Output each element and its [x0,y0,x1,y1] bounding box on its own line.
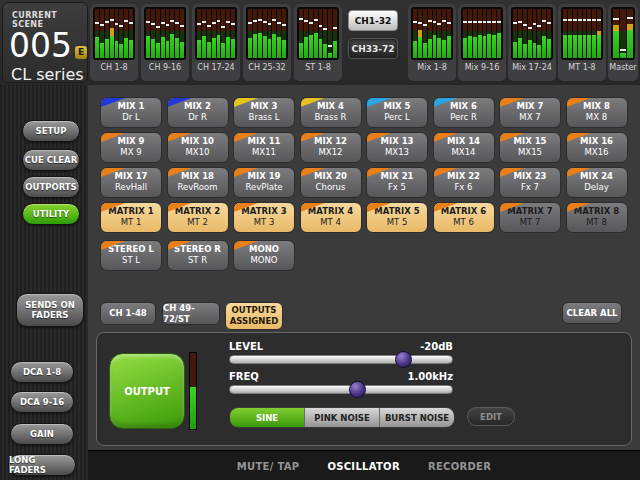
filter-button-ch-1-48[interactable]: CH 1-48 [100,302,156,325]
channel-select-mix-5[interactable]: MIX 5Perc L [366,97,428,128]
channel-select-matrix-7[interactable]: MATRIX 7MT 7 [499,202,561,233]
channel-select-matrix-2[interactable]: MATRIX 2MT 2 [167,202,229,233]
channel-select-mix-23[interactable]: MIX 23Fx 7 [499,167,561,198]
channel-name: Fx 6 [434,182,494,193]
meter-peak-hold [156,26,160,28]
meter-bar [627,9,633,58]
level-slider[interactable] [229,355,453,364]
waveform-pink-noise-button[interactable]: PINK NOISE [305,408,380,427]
channel-select-matrix-1[interactable]: MATRIX 1MT 1 [100,202,162,233]
meter-bar [231,9,235,58]
meter-bar [253,9,257,58]
channel-select-mix-11[interactable]: MIX 11MX11 [233,132,295,163]
channel-name: MX10 [168,147,228,158]
waveform-sine-button[interactable]: SINE [230,408,305,427]
freq-slider[interactable] [229,385,453,394]
channel-select-matrix-4[interactable]: MATRIX 4MT 4 [300,202,362,233]
channel-select-mix-2[interactable]: MIX 2Dr R [167,97,229,128]
meter-peak-hold [100,24,104,26]
channel-select-mix-20[interactable]: MIX 20Chorus [300,167,362,198]
meter-bar-level [231,39,235,58]
sidebar-button-outports[interactable]: OUTPORTS [22,176,80,198]
tab-mute-tap[interactable]: MUTE/ TAP [237,461,300,472]
clear-all-button[interactable]: CLEAR ALL [562,302,622,324]
meter-bar [433,9,437,58]
tab-oscillator[interactable]: OSCILLATOR [327,461,400,472]
channel-select-mix-6[interactable]: MIX 6Perc R [433,97,495,128]
meter-bar-level [221,43,225,58]
filter-button-outputs-assigned[interactable]: OUTPUTSASSIGNED [225,302,283,330]
meter-peak-hold [166,24,170,26]
meter-bar-level [620,53,626,58]
channel-name: MT 3 [234,217,294,228]
channel-select-mix-17[interactable]: MIX 17RevHall [100,167,162,198]
channel-select-mix-9[interactable]: MIX 9MX 9 [100,132,162,163]
channel-select-mix-24[interactable]: MIX 24Delay [566,167,628,198]
channel-select-mix-19[interactable]: MIX 19RevPlate [233,167,295,198]
channel-name: MX 8 [567,112,627,123]
meter-bar-level [202,36,206,58]
meter-bar-level [105,39,109,58]
level-slider-thumb[interactable] [395,351,412,368]
channel-select-mix-1[interactable]: MIX 1Dr L [100,97,162,128]
channel-select-mix-12[interactable]: MIX 12MX12 [300,132,362,163]
channel-select-mix-18[interactable]: MIX 18RevRoom [167,167,229,198]
meter-bar [518,9,522,58]
oscillator-panel: OUTPUT LEVEL -20dB FREQ 1.00kHz SINEPINK… [96,332,632,446]
sidebar-button-setup[interactable]: SETUP [22,120,80,142]
channel-select-matrix-5[interactable]: MATRIX 5MT 5 [366,202,428,233]
channel-select-mix-7[interactable]: MIX 7MX 7 [499,97,561,128]
meter-bar-level [161,37,165,58]
channel-select-mix-10[interactable]: MIX 10MX10 [167,132,229,163]
tab-recorder[interactable]: RECORDER [428,461,491,472]
meter-bar-level [333,41,337,58]
meter-peak-hold [437,23,441,25]
meter-bank-ch33-72-button[interactable]: CH33-72 [348,38,398,59]
meter-peak-hold [328,45,332,47]
channel-select-mix-16[interactable]: MIX 16MX16 [566,132,628,163]
sidebar-button-long-faders[interactable]: LONG FADERS [8,454,76,476]
channel-select-mix-14[interactable]: MIX 14MX14 [433,132,495,163]
meter-peak-hold [468,21,472,23]
channel-select-mix-15[interactable]: MIX 15MX15 [499,132,561,163]
channel-select-mix-3[interactable]: MIX 3Brass L [233,97,295,128]
channel-select-mix-22[interactable]: MIX 22Fx 6 [433,167,495,198]
meter-group-label: CH 1-8 [90,63,138,72]
meter-bank-ch1-32-button[interactable]: CH1-32 [348,10,398,31]
channel-select-mix-13[interactable]: MIX 13MX13 [366,132,428,163]
sidebar-button-dca-9-16[interactable]: DCA 9-16 [10,391,74,413]
freq-slider-thumb[interactable] [349,381,366,398]
channel-select-mono[interactable]: MONOMONO [233,240,295,271]
channel-select-matrix-8[interactable]: MATRIX 8MT 8 [566,202,628,233]
sidebar-button-cue-clear[interactable]: CUE CLEAR [22,149,80,171]
channel-select-matrix-6[interactable]: MATRIX 6MT 6 [433,202,495,233]
channel-select-stereo-l[interactable]: STEREO LST L [100,240,162,271]
sidebar-button-gain[interactable]: GAIN [10,423,74,445]
meter-peak-hold [573,19,577,21]
meter-bar-level [170,34,174,58]
channel-select-mix-8[interactable]: MIX 8MX 8 [566,97,628,128]
meter-peak-hold [627,17,633,19]
waveform-selector: SINEPINK NOISEBURST NOISE [229,407,455,428]
channel-select-stereo-r[interactable]: STEREO RST R [167,240,229,271]
meter-display [561,7,603,60]
meter-bar [573,9,577,58]
channel-select-matrix-3[interactable]: MATRIX 3MT 3 [233,202,295,233]
meter-peak-hold [583,19,587,21]
edit-button[interactable]: EDIT [467,407,515,426]
meter-peak-hold [282,24,286,26]
sidebar-button-dca-1-8[interactable]: DCA 1-8 [10,361,74,383]
meter-bar-amber [110,28,114,36]
sidebar-button-sends-on-faders[interactable]: SENDS ONFADERS [16,293,84,327]
meter-peak-hold [592,19,596,21]
oscillator-output-button[interactable]: OUTPUT [109,353,185,429]
channel-select-mix-21[interactable]: MIX 21Fx 5 [366,167,428,198]
sidebar-button-utility[interactable]: UTILITY [22,203,80,225]
meter-bar-level [156,43,160,58]
channel-name: Brass L [234,112,294,123]
channel-select-mix-4[interactable]: MIX 4Brass R [300,97,362,128]
waveform-burst-noise-button[interactable]: BURST NOISE [380,408,454,427]
meter-display [195,7,237,60]
filter-button-ch-49-72-st[interactable]: CH 49-72/ST [162,302,220,325]
meter-group-label: MT 1-8 [558,63,606,72]
